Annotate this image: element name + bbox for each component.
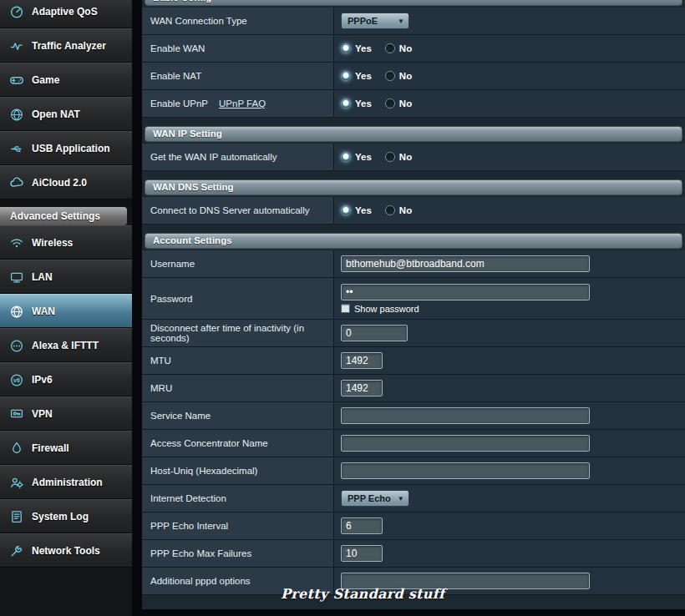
radio-no[interactable]: No: [385, 71, 412, 81]
username-input[interactable]: [341, 255, 590, 272]
select-value: PPP Echo: [348, 493, 391, 503]
gamepad-icon: [8, 73, 26, 88]
wan-dns-auto-radio-group: Yes No: [341, 205, 412, 215]
field-label: MTU: [142, 347, 334, 374]
sidebar-item-wan[interactable]: WAN: [0, 294, 132, 328]
sidebar-item-game[interactable]: Game: [0, 63, 132, 97]
sidebar-item-alexa-ifttt[interactable]: Alexa & IFTTT: [0, 328, 132, 362]
host-uniq-input[interactable]: [341, 462, 590, 479]
sidebar-item-aicloud[interactable]: AiCloud 2.0: [0, 165, 132, 199]
flame-icon: [8, 441, 26, 456]
radio-selected-icon: [341, 205, 351, 215]
sidebar-item-administration[interactable]: Administration: [0, 465, 132, 499]
sidebar-item-ipv6[interactable]: v6 IPv6: [0, 362, 132, 396]
sidebar-item-lan[interactable]: LAN: [0, 260, 132, 294]
radio-no[interactable]: No: [385, 98, 412, 109]
field-label: Enable UPnP: [150, 98, 208, 109]
sidebar-item-label: Alexa & IFTTT: [32, 340, 99, 351]
sidebar-item-label: Firewall: [32, 442, 69, 454]
enable-upnp-row: Enable UPnP UPnP FAQ Yes No: [142, 90, 685, 118]
service-name-row: Service Name: [142, 402, 685, 430]
enable-wan-row: Enable WAN Yes No: [142, 35, 685, 63]
sidebar-item-label: IPv6: [32, 374, 53, 386]
admin-gear-icon: [8, 475, 26, 490]
password-input[interactable]: [341, 284, 590, 300]
enable-nat-radio-group: Yes No: [341, 71, 412, 81]
show-password-checkbox[interactable]: Show password: [341, 304, 419, 314]
radio-yes[interactable]: Yes: [341, 71, 372, 81]
field-label: MRU: [142, 375, 334, 401]
ppp-echo-interval-row: PPP Echo Interval: [142, 512, 685, 540]
wan-dns-auto-row: Connect to DNS Server automatically Yes …: [142, 197, 685, 225]
sidebar-divider: [0, 199, 132, 207]
sidebar-item-label: Wireless: [32, 237, 73, 249]
radio-no[interactable]: No: [385, 205, 412, 215]
sidebar-item-open-nat[interactable]: Open NAT: [0, 97, 132, 131]
sidebar-item-traffic-analyzer[interactable]: Traffic Analyzer: [0, 28, 132, 63]
radio-yes[interactable]: Yes: [341, 98, 372, 109]
radio-unselected-icon: [385, 71, 395, 81]
sidebar-item-adaptive-qos[interactable]: Adaptive QoS: [0, 0, 132, 28]
internet-detection-row: Internet Detection PPP Echo ▼: [142, 485, 685, 512]
idle-disconnect-input[interactable]: [341, 325, 408, 341]
field-label: Enable WAN: [142, 35, 334, 62]
sidebar-item-wireless[interactable]: Wireless: [0, 225, 132, 260]
field-label: Disconnect after time of inactivity (in …: [142, 320, 334, 346]
monitor-icon: [8, 270, 26, 285]
upnp-faq-link[interactable]: UPnP FAQ: [219, 98, 266, 109]
access-concentrator-row: Access Concentrator Name: [142, 430, 685, 457]
wan-connection-type-select[interactable]: PPPoE ▼: [341, 13, 409, 29]
wifi-icon: [8, 235, 26, 250]
sidebar-item-label: Open NAT: [32, 109, 80, 120]
sidebar: Adaptive QoS Traffic Analyzer Game Open …: [0, 0, 132, 616]
field-label: Connect to DNS Server automatically: [142, 197, 334, 224]
service-name-input[interactable]: [341, 407, 590, 424]
wan-connection-type-row: WAN Connection Type PPPoE ▼: [142, 8, 685, 35]
radio-yes[interactable]: Yes: [341, 43, 372, 53]
internet-detection-select[interactable]: PPP Echo ▼: [341, 490, 409, 507]
router-admin-page: Adaptive QoS Traffic Analyzer Game Open …: [0, 0, 685, 616]
field-label: Username: [142, 250, 334, 277]
sidebar-item-network-tools[interactable]: Network Tools: [0, 533, 132, 568]
svg-text:v6: v6: [13, 377, 20, 383]
mru-row: MRU: [142, 375, 685, 402]
sidebar-item-system-log[interactable]: System Log: [0, 499, 132, 533]
show-password-label: Show password: [354, 304, 419, 314]
usb-icon: [8, 141, 26, 156]
field-label: PPP Echo Max Failures: [142, 540, 334, 567]
radio-selected-icon: [341, 71, 351, 81]
select-value: PPPoE: [348, 16, 378, 26]
ppp-echo-max-failures-input[interactable]: [341, 545, 383, 562]
field-label: Get the WAN IP automatically: [142, 144, 334, 170]
sidebar-item-label: Adaptive QoS: [32, 6, 98, 18]
sidebar-item-usb-application[interactable]: USB Application: [0, 131, 132, 165]
handwritten-annotation: Pretty Standard stuff: [281, 586, 444, 602]
sidebar-item-label: Administration: [32, 477, 103, 488]
sidebar-item-firewall[interactable]: Firewall: [0, 431, 132, 465]
mtu-input[interactable]: [341, 352, 383, 369]
radio-no[interactable]: No: [385, 152, 412, 162]
sidebar-item-label: USB Application: [32, 143, 110, 154]
log-document-icon: [8, 509, 26, 524]
field-label: Enable NAT: [142, 63, 334, 89]
host-uniq-row: Host-Uniq (Hexadecimal): [142, 457, 685, 485]
sidebar-item-label: Game: [32, 74, 59, 86]
sidebar-item-label: AiCloud 2.0: [32, 177, 87, 189]
radio-selected-icon: [341, 152, 351, 162]
radio-unselected-icon: [385, 205, 395, 215]
radio-unselected-icon: [385, 98, 395, 109]
radio-yes[interactable]: Yes: [341, 205, 372, 215]
radio-selected-icon: [341, 98, 351, 109]
access-concentrator-input[interactable]: [341, 435, 590, 452]
globe-icon: [8, 107, 26, 122]
ppp-echo-interval-input[interactable]: [341, 518, 383, 534]
sidebar-item-vpn[interactable]: VPN: [0, 396, 132, 431]
sidebar-item-label: System Log: [32, 511, 89, 523]
enable-nat-row: Enable NAT Yes No: [142, 63, 685, 90]
mru-input[interactable]: [341, 380, 383, 396]
wrench-icon: [8, 543, 26, 558]
radio-yes[interactable]: Yes: [341, 152, 372, 162]
field-label: Host-Uniq (Hexadecimal): [142, 457, 334, 484]
radio-no[interactable]: No: [385, 43, 412, 53]
field-label: Access Concentrator Name: [142, 430, 334, 457]
